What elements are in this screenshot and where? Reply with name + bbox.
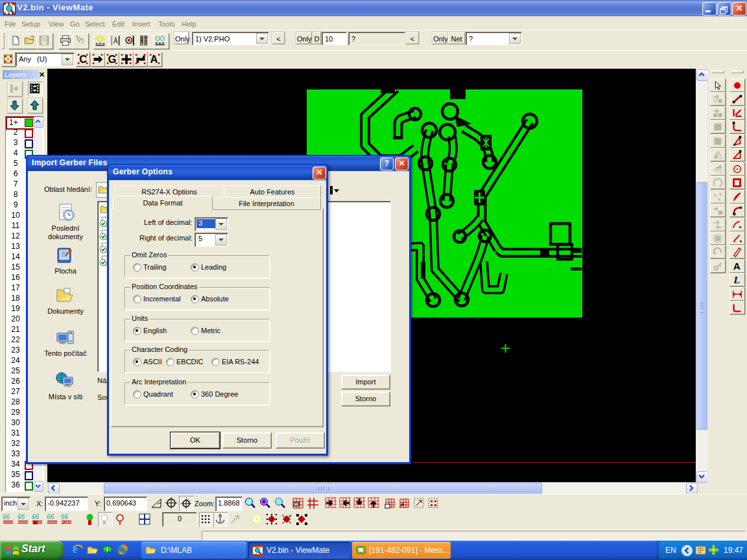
svg-text:G: G xyxy=(108,53,116,65)
svg-text:x: x xyxy=(289,514,291,518)
svg-text:C: C xyxy=(79,53,87,65)
svg-text:66: 66 xyxy=(32,513,40,520)
svg-text:66: 66 xyxy=(47,513,54,520)
svg-text:A: A xyxy=(733,261,741,272)
svg-text:L: L xyxy=(733,275,740,286)
svg-text:66: 66 xyxy=(3,513,10,520)
svg-text:66: 66 xyxy=(61,513,69,520)
svg-text:66: 66 xyxy=(18,513,25,520)
svg-text:DD: DD xyxy=(294,502,300,506)
svg-text:?: ? xyxy=(80,38,84,45)
svg-text:A: A xyxy=(150,53,158,65)
